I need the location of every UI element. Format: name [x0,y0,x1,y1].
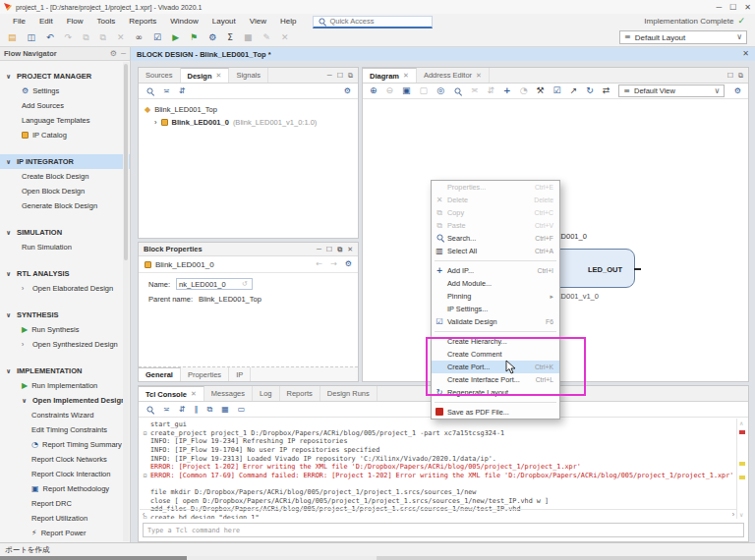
tcl-hscrollbar[interactable]: ‹ › [140,509,737,518]
close-icon[interactable]: ✕ [742,50,749,58]
sidebar-section-project-manager[interactable]: ∨PROJECT MANAGER [0,69,130,84]
menu-item-add-module[interactable]: Add Module... [432,277,559,290]
undo-icon[interactable]: ↶ [46,33,54,42]
validate-icon[interactable]: ☑ [153,33,161,42]
tab-log[interactable]: Log [253,386,280,401]
collapse-all-icon[interactable]: ≍ [163,406,170,414]
tab-signals[interactable]: Signals [229,68,268,83]
menu-view[interactable]: View [243,15,273,28]
sidebar-item-report-timing-summary[interactable]: ◔Report Timing Summary [0,437,130,452]
panel-minimize-icon[interactable]: ─ [317,246,321,253]
menu-item-add-ip[interactable]: +Add IP...Ctrl+I [432,264,559,277]
run-icon[interactable]: ▶ [172,33,179,42]
menu-reports[interactable]: Reports [122,15,163,28]
edit-pencil-icon[interactable]: ✎ [262,33,270,42]
scroll-up-icon[interactable]: ∧ [739,419,743,427]
sidebar-item-open-elaborated-design[interactable]: ›Open Elaborated Design [0,281,130,296]
scroll-right-icon[interactable]: › [732,511,734,518]
stop-icon[interactable]: ■ [244,33,253,42]
sidebar-item-edit-timing-constraints[interactable]: Edit Timing Constraints [0,422,130,437]
sidebar-item-run-simulation[interactable]: Run Simulation [0,240,130,254]
tab-address-editor[interactable]: Address Editor✕ [417,68,490,83]
name-field[interactable] [179,280,242,289]
menu-flow[interactable]: Flow [60,15,90,28]
flag-icon[interactable]: ⚑ [190,33,198,42]
zoom-in-icon[interactable]: ⊕ [370,86,378,95]
tcl-scrollbar[interactable]: ∧ ∨ [736,419,747,519]
delete-icon[interactable]: ✕ [117,33,125,42]
interface-icon[interactable]: ⇄ [603,86,610,95]
expand-all-icon[interactable]: ⇵ [179,87,186,95]
sidebar-item-create-block-design[interactable]: Create Block Design [0,169,130,184]
panel-close-icon[interactable]: ✕ [347,246,353,253]
sidebar-section-synthesis[interactable]: ∨SYNTHESIS [0,308,130,322]
window-close-button[interactable]: ✕ [744,3,751,12]
zoom-out-icon[interactable]: ⊖ [386,86,394,95]
close-icon[interactable]: ✕ [476,72,482,80]
scroll-left-icon[interactable]: ‹ [143,511,145,518]
menu-file[interactable]: File [6,15,32,28]
validate-design-icon[interactable]: ☑ [553,86,561,95]
fit-selection-icon[interactable]: ▢ [420,86,429,95]
regenerate-layout-icon[interactable]: ↻ [586,86,594,95]
customize-wrench-icon[interactable]: ⚒ [536,86,544,95]
tab-reports[interactable]: Reports [280,386,320,401]
save-icon[interactable]: ◫ [28,33,36,42]
sidebar-item-settings[interactable]: ⚙Settings [0,84,130,98]
pause-output-icon[interactable]: ∥ [194,406,198,414]
add-ip-icon[interactable]: + [503,86,511,95]
open-folder-icon[interactable]: ▤ [8,33,17,42]
window-minimize-button[interactable]: ─ [716,3,722,12]
sidebar-item-constraints-wizard[interactable]: Constraints Wizard [0,408,130,422]
collapse-all-icon[interactable]: ≍ [163,87,170,95]
sidebar-item-report-clock-interaction[interactable]: Report Clock Interaction [0,467,130,481]
quick-access-input[interactable] [329,17,418,26]
tab-properties[interactable]: Properties [181,367,229,381]
menu-item-ip-settings[interactable]: IP Settings... [432,303,559,315]
panel-float-icon[interactable]: ⧉ [337,246,342,253]
paste-icon[interactable]: ⧉ [100,33,106,42]
tree-root-row[interactable]: ◆ Blink_LED001_Top [145,103,358,116]
sidebar-item-open-synthesized-design[interactable]: ›Open Synthesized Design [0,337,130,352]
panel-maximize-icon[interactable]: ☐ [326,246,332,253]
back-arrow-icon[interactable]: ← [316,260,322,268]
menu-tools[interactable]: Tools [90,15,123,28]
sidebar-section-simulation[interactable]: ∨SIMULATION [0,225,130,240]
pin-icon[interactable]: ↗ [570,86,578,95]
menu-item-validate-design[interactable]: ☑Validate DesignF6 [432,315,559,328]
sidebar-section-ip-integrator[interactable]: ∨IP INTEGRATOR [0,154,130,169]
panel-float-icon[interactable]: ⧉ [348,72,353,80]
sidebar-item-open-block-design[interactable]: Open Block Design [0,184,130,198]
menu-help[interactable]: Help [273,15,303,28]
forward-arrow-icon[interactable]: → [330,260,337,268]
navigator-gear-icon[interactable]: ⚙ [110,50,117,58]
quick-access-search[interactable] [313,16,433,28]
scroll-down-icon[interactable]: ∨ [739,510,743,519]
sidebar-item-report-utilization[interactable]: Report Utilization [0,511,130,526]
menu-item-create-port[interactable]: Create Port...Ctrl+K [432,361,559,373]
close-icon[interactable]: ✕ [191,390,197,398]
gear-icon[interactable]: ⚙ [345,260,352,268]
tcl-output[interactable]: start_gui ⊟create_project project_1 D:/D… [140,419,737,519]
menu-item-delete[interactable]: ✕DeleteDelete [432,194,559,206]
sidebar-item-ip-catalog[interactable]: IP Catalog [0,128,130,142]
sigma-report-icon[interactable]: Σ [227,33,233,42]
search-icon[interactable] [146,406,154,414]
find-binoculars-icon[interactable]: ∞ [136,33,144,42]
copy-icon[interactable]: ⧉ [206,406,212,414]
menu-item-regenerate-layout[interactable]: ↻Regenerate Layout [432,386,559,399]
menu-item-pinning[interactable]: Pinning▸ [432,290,559,303]
queue-icon[interactable]: ▦ [221,406,229,414]
navigator-minimize-icon[interactable]: ─ [121,50,126,58]
redo-icon[interactable]: ↷ [65,33,73,42]
view-select[interactable]: ≡ Default View ∨ [618,84,725,97]
tab-messages[interactable]: Messages [204,386,253,401]
menu-item-properties[interactable]: Properties...Ctrl+E [432,181,559,194]
menu-item-select-all[interactable]: ▥Select AllCtrl+A [432,245,559,257]
tcl-command-input[interactable] [147,527,739,534]
panel-maximize-icon[interactable]: ☐ [727,72,733,80]
layout-select[interactable]: ≡ Default Layout ∨ [619,30,747,44]
sidebar-section-implementation[interactable]: ∨IMPLEMENTATION [0,364,130,378]
trash-icon[interactable]: ▭ [238,406,246,414]
tab-ip[interactable]: IP [229,367,251,381]
